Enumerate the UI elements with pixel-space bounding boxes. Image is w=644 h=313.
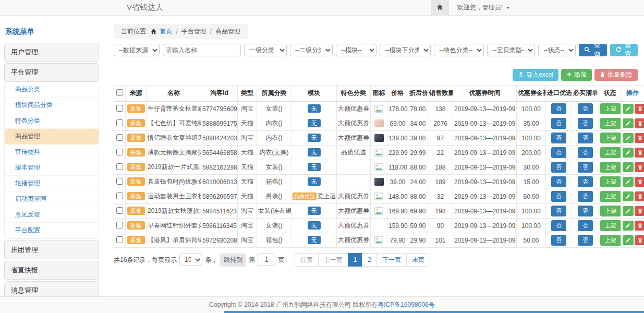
jump-page-input[interactable] bbox=[258, 254, 275, 266]
name-search-input[interactable] bbox=[163, 44, 241, 56]
edit-button[interactable] bbox=[623, 191, 634, 201]
jump-button[interactable]: 跳转到 bbox=[220, 254, 246, 267]
status-button[interactable]: 上架 bbox=[600, 220, 621, 231]
delete-button[interactable] bbox=[635, 133, 644, 143]
edit-button[interactable] bbox=[623, 104, 634, 114]
sidebar-group-1[interactable]: 用户管理 bbox=[4, 43, 99, 62]
mustbuy-toggle-button[interactable]: 否 bbox=[578, 191, 593, 202]
import-toggle-button[interactable]: 否 bbox=[551, 235, 566, 246]
mustbuy-toggle-button[interactable]: 否 bbox=[578, 176, 593, 187]
sidebar-item[interactable]: 商品分类 bbox=[5, 82, 99, 98]
search-button[interactable]: 查询 bbox=[579, 44, 606, 56]
delete-button[interactable] bbox=[635, 162, 644, 172]
row-checkbox[interactable] bbox=[116, 134, 123, 141]
import-toggle-button[interactable]: 否 bbox=[551, 162, 566, 173]
page-button-1[interactable]: 1 bbox=[348, 253, 363, 267]
sidebar-item[interactable]: 平台配置 bbox=[5, 223, 99, 238]
delete-button[interactable] bbox=[635, 104, 644, 114]
page-button-下一页[interactable]: 下一页 bbox=[376, 253, 407, 267]
mustbuy-toggle-button[interactable]: 否 bbox=[578, 118, 593, 129]
reset-button[interactable]: 重置 bbox=[610, 44, 638, 56]
sidebar-item[interactable]: 特色分类 bbox=[5, 113, 99, 129]
sidebar-group-2[interactable]: 平台管理 bbox=[4, 63, 99, 82]
delete-button[interactable] bbox=[635, 177, 644, 187]
sidebar-item[interactable]: 宣传物料 bbox=[5, 145, 99, 160]
delete-button[interactable] bbox=[635, 206, 644, 216]
mustbuy-toggle-button[interactable]: 否 bbox=[578, 162, 593, 173]
status-button[interactable]: 上架 bbox=[600, 235, 621, 246]
page-button-上一页[interactable]: 上一页 bbox=[318, 253, 348, 267]
filter-select-module[interactable]: --模块-- bbox=[336, 44, 377, 56]
filter-select-level2-category[interactable]: --二级分类-- bbox=[290, 44, 333, 56]
delete-button[interactable] bbox=[635, 148, 644, 158]
home-button[interactable] bbox=[431, 0, 449, 16]
page-button-末页[interactable]: 末页 bbox=[406, 253, 430, 267]
status-button[interactable]: 上架 bbox=[600, 206, 621, 216]
import-excel-button[interactable]: 导入excel bbox=[513, 69, 558, 81]
edit-button[interactable] bbox=[623, 133, 634, 143]
row-checkbox[interactable] bbox=[116, 178, 123, 185]
filter-select-status[interactable]: --状态-- bbox=[538, 44, 576, 56]
edit-button[interactable] bbox=[623, 221, 634, 231]
status-button[interactable]: 上架 bbox=[600, 133, 621, 143]
add-button[interactable]: 添加 bbox=[561, 69, 592, 81]
row-checkbox[interactable] bbox=[116, 222, 123, 228]
mustbuy-toggle-button[interactable]: 否 bbox=[578, 103, 593, 114]
import-toggle-button[interactable]: 否 bbox=[551, 103, 566, 114]
mustbuy-toggle-button[interactable]: 否 bbox=[578, 147, 593, 158]
breadcrumb-home-link[interactable]: 首页 bbox=[160, 27, 172, 36]
row-checkbox[interactable] bbox=[116, 192, 123, 199]
delete-button[interactable] bbox=[635, 191, 644, 201]
import-toggle-button[interactable]: 否 bbox=[551, 220, 566, 231]
sidebar-group-4[interactable]: 省直快报 bbox=[4, 261, 99, 280]
sidebar-item[interactable]: 启动页管理 bbox=[5, 191, 99, 207]
row-checkbox[interactable] bbox=[116, 119, 123, 126]
row-checkbox[interactable] bbox=[116, 207, 123, 214]
delete-button[interactable] bbox=[635, 221, 644, 231]
select-all-checkbox[interactable] bbox=[116, 89, 123, 96]
edit-button[interactable] bbox=[623, 235, 634, 245]
status-button[interactable]: 上架 bbox=[600, 118, 621, 129]
edit-button[interactable] bbox=[623, 162, 634, 172]
sidebar-group-3[interactable]: 拼团管理 bbox=[4, 240, 99, 259]
mustbuy-toggle-button[interactable]: 否 bbox=[578, 206, 593, 216]
filter-select-item-type[interactable]: --宝贝类型-- bbox=[487, 44, 535, 56]
import-toggle-button[interactable]: 否 bbox=[551, 118, 566, 129]
status-button[interactable]: 上架 bbox=[600, 103, 621, 114]
filter-select-level1-category[interactable]: 一级分类 bbox=[244, 44, 287, 56]
page-button-首页[interactable]: 首页 bbox=[295, 253, 319, 267]
sidebar-item[interactable]: 轮播管理 bbox=[5, 176, 99, 191]
import-toggle-button[interactable]: 否 bbox=[551, 176, 566, 187]
user-menu[interactable]: 欢迎您，管理员! bbox=[449, 3, 516, 12]
icp-link[interactable]: 粤ICP备16098006号 bbox=[378, 301, 434, 308]
sidebar-item[interactable]: 模块商品分类 bbox=[5, 98, 99, 113]
sidebar-item[interactable]: 版本管理 bbox=[5, 160, 99, 176]
import-toggle-button[interactable]: 否 bbox=[551, 133, 566, 143]
filter-select-data-source[interactable]: --数据来源-- bbox=[114, 44, 160, 56]
status-button[interactable]: 上架 bbox=[600, 176, 621, 187]
delete-button[interactable] bbox=[635, 118, 644, 128]
filter-select-module-subcategory[interactable]: --模块下分类-- bbox=[380, 44, 431, 56]
status-button[interactable]: 上架 bbox=[600, 162, 621, 173]
per-page-select[interactable]: 10 bbox=[179, 254, 202, 266]
row-checkbox[interactable] bbox=[116, 105, 123, 112]
filter-select-feature-category[interactable]: --特色分类-- bbox=[434, 44, 484, 56]
status-button[interactable]: 上架 bbox=[600, 147, 621, 158]
sidebar-item[interactable]: 意见反馈 bbox=[5, 207, 99, 223]
page-button-2[interactable]: 2 bbox=[362, 253, 377, 267]
sidebar-item[interactable]: 商品管理 bbox=[5, 129, 99, 145]
status-button[interactable]: 上架 bbox=[600, 191, 621, 202]
row-checkbox[interactable] bbox=[116, 163, 123, 170]
batch-delete-button[interactable]: 批量删除 bbox=[594, 69, 638, 81]
mustbuy-toggle-button[interactable]: 否 bbox=[578, 220, 593, 231]
delete-button[interactable] bbox=[635, 235, 644, 245]
row-checkbox[interactable] bbox=[116, 149, 123, 155]
import-toggle-button[interactable]: 否 bbox=[551, 206, 566, 216]
mustbuy-toggle-button[interactable]: 否 bbox=[578, 133, 593, 143]
edit-button[interactable] bbox=[623, 118, 634, 128]
import-toggle-button[interactable]: 否 bbox=[551, 147, 566, 158]
edit-button[interactable] bbox=[623, 206, 634, 216]
edit-button[interactable] bbox=[623, 148, 634, 158]
import-toggle-button[interactable]: 否 bbox=[551, 191, 566, 202]
row-checkbox[interactable] bbox=[116, 236, 123, 243]
